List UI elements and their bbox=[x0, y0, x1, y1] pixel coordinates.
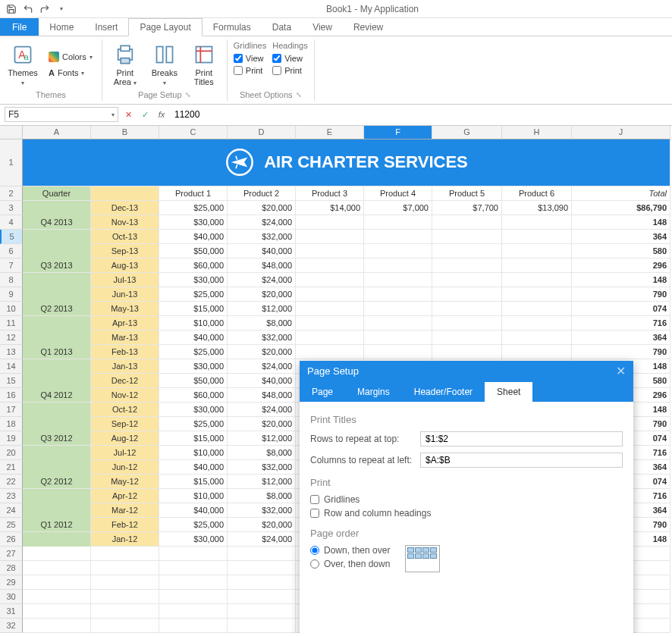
cell-quarter[interactable]: Q2 2012 bbox=[23, 475, 91, 489]
over-down-radio[interactable] bbox=[310, 559, 319, 569]
cell[interactable] bbox=[228, 604, 296, 619]
cell-p2[interactable]: $48,000 bbox=[228, 388, 296, 403]
cell[interactable] bbox=[91, 561, 159, 575]
colheader-F[interactable]: F bbox=[364, 126, 432, 139]
cell-month[interactable]: Apr-13 bbox=[91, 316, 159, 331]
cell[interactable] bbox=[23, 561, 91, 575]
cell-month[interactable]: May-12 bbox=[91, 475, 159, 489]
colheader-C[interactable]: C bbox=[159, 126, 228, 139]
cell-p4[interactable] bbox=[364, 316, 432, 331]
cell-total[interactable]: 148 bbox=[572, 273, 670, 287]
cell[interactable] bbox=[91, 590, 159, 604]
tab-formulas[interactable]: Formulas bbox=[203, 18, 262, 36]
dlg-tab-headerfooter[interactable]: Header/Footer bbox=[402, 382, 485, 402]
header-p4[interactable]: Product 4 bbox=[364, 186, 432, 201]
cell-p3[interactable] bbox=[296, 215, 364, 230]
cell-p5[interactable] bbox=[432, 258, 502, 273]
tab-file[interactable]: File bbox=[0, 18, 39, 36]
cell-quarter[interactable] bbox=[23, 244, 91, 258]
cell-p1[interactable]: $40,000 bbox=[159, 503, 228, 518]
select-all-corner[interactable] bbox=[0, 126, 23, 139]
name-box[interactable]: F5▾ bbox=[5, 107, 118, 122]
rowheader-3[interactable]: 3 bbox=[0, 201, 23, 215]
cell-p2[interactable]: $24,000 bbox=[228, 215, 296, 230]
header-total[interactable]: Total bbox=[572, 186, 670, 201]
tab-home[interactable]: Home bbox=[39, 18, 84, 36]
cell-month[interactable]: Jul-13 bbox=[91, 273, 159, 287]
header-p1[interactable]: Product 1 bbox=[159, 186, 228, 201]
cell-quarter[interactable]: Q1 2012 bbox=[23, 518, 91, 532]
rowheader-31[interactable]: 31 bbox=[0, 604, 23, 619]
cell-p1[interactable]: $50,000 bbox=[159, 374, 228, 388]
down-over-radio[interactable] bbox=[310, 546, 319, 555]
cell-month[interactable]: Sep-13 bbox=[91, 244, 159, 258]
cell-p2[interactable]: $8,000 bbox=[228, 489, 296, 503]
cell-p2[interactable]: $20,000 bbox=[228, 345, 296, 359]
colheader-A[interactable]: A bbox=[23, 126, 91, 139]
cell-p1[interactable]: $10,000 bbox=[159, 446, 228, 460]
cell-p3[interactable] bbox=[296, 302, 364, 316]
cell-quarter[interactable] bbox=[23, 446, 91, 460]
cell-month[interactable]: Feb-13 bbox=[91, 345, 159, 359]
rowheader-21[interactable]: 21 bbox=[0, 460, 23, 475]
cell-quarter[interactable] bbox=[23, 331, 91, 345]
cols-repeat-input[interactable] bbox=[420, 453, 623, 468]
cell-p1[interactable]: $60,000 bbox=[159, 388, 228, 403]
cell-p1[interactable]: $25,000 bbox=[159, 287, 228, 302]
colheader-E[interactable]: E bbox=[296, 126, 364, 139]
rowheader-16[interactable]: 16 bbox=[0, 388, 23, 403]
cell[interactable] bbox=[228, 561, 296, 575]
cell-p1[interactable]: $25,000 bbox=[159, 518, 228, 532]
cell-month[interactable]: Jan-12 bbox=[91, 532, 159, 547]
cell[interactable] bbox=[159, 561, 228, 575]
rowheader-27[interactable]: 27 bbox=[0, 547, 23, 561]
rowheader-7[interactable]: 7 bbox=[0, 258, 23, 273]
banner-cell[interactable]: AIR CHARTER SERVICES bbox=[23, 139, 670, 186]
cell-p6[interactable] bbox=[502, 316, 572, 331]
cell-p6[interactable] bbox=[502, 331, 572, 345]
cell-p1[interactable]: $40,000 bbox=[159, 230, 228, 244]
cell-quarter[interactable]: Q1 2013 bbox=[23, 345, 91, 359]
cell-p1[interactable]: $15,000 bbox=[159, 431, 228, 446]
cell-total[interactable]: 580 bbox=[572, 244, 670, 258]
cell-p1[interactable]: $15,000 bbox=[159, 475, 228, 489]
cell-p1[interactable]: $30,000 bbox=[159, 273, 228, 287]
cell-p6[interactable] bbox=[502, 302, 572, 316]
cell-p5[interactable] bbox=[432, 273, 502, 287]
cell-p1[interactable]: $10,000 bbox=[159, 489, 228, 503]
cell[interactable] bbox=[228, 575, 296, 590]
cell-month[interactable]: Oct-12 bbox=[91, 403, 159, 417]
dlg-tab-page[interactable]: Page bbox=[300, 382, 345, 402]
page-setup-launcher-icon[interactable]: ⤡ bbox=[185, 91, 191, 99]
cell-total[interactable]: 148 bbox=[572, 215, 670, 230]
cell[interactable] bbox=[159, 604, 228, 619]
cell-p3[interactable] bbox=[296, 331, 364, 345]
rowheader-1[interactable]: 1 bbox=[0, 139, 23, 186]
cell-p6[interactable] bbox=[502, 345, 572, 359]
rowheader-20[interactable]: 20 bbox=[0, 446, 23, 460]
cell[interactable] bbox=[228, 619, 296, 633]
rowheader-24[interactable]: 24 bbox=[0, 503, 23, 518]
rowheader-14[interactable]: 14 bbox=[0, 359, 23, 374]
header-p2[interactable]: Product 2 bbox=[228, 186, 296, 201]
cell-p2[interactable]: $24,000 bbox=[228, 403, 296, 417]
headings-view-checkbox[interactable] bbox=[272, 54, 281, 63]
cell-month[interactable]: Mar-12 bbox=[91, 503, 159, 518]
colheader-D[interactable]: D bbox=[228, 126, 296, 139]
cell[interactable] bbox=[23, 619, 91, 633]
cell-p1[interactable]: $15,000 bbox=[159, 302, 228, 316]
cell-quarter[interactable]: Q3 2013 bbox=[23, 258, 91, 273]
save-button[interactable] bbox=[5, 2, 18, 16]
cell[interactable] bbox=[228, 547, 296, 561]
cell-month[interactable]: Dec-12 bbox=[91, 374, 159, 388]
cell[interactable] bbox=[91, 547, 159, 561]
cell-p2[interactable]: $32,000 bbox=[228, 460, 296, 475]
cell-p2[interactable]: $8,000 bbox=[228, 446, 296, 460]
cell-p2[interactable]: $24,000 bbox=[228, 532, 296, 547]
cell-p3[interactable] bbox=[296, 244, 364, 258]
rowheader-5[interactable]: 5 bbox=[0, 230, 23, 244]
cell-p1[interactable]: $25,000 bbox=[159, 345, 228, 359]
cell-p3[interactable] bbox=[296, 287, 364, 302]
cell-total[interactable]: $86,790 bbox=[572, 201, 670, 215]
fonts-button[interactable]: AFonts▾ bbox=[46, 67, 96, 79]
